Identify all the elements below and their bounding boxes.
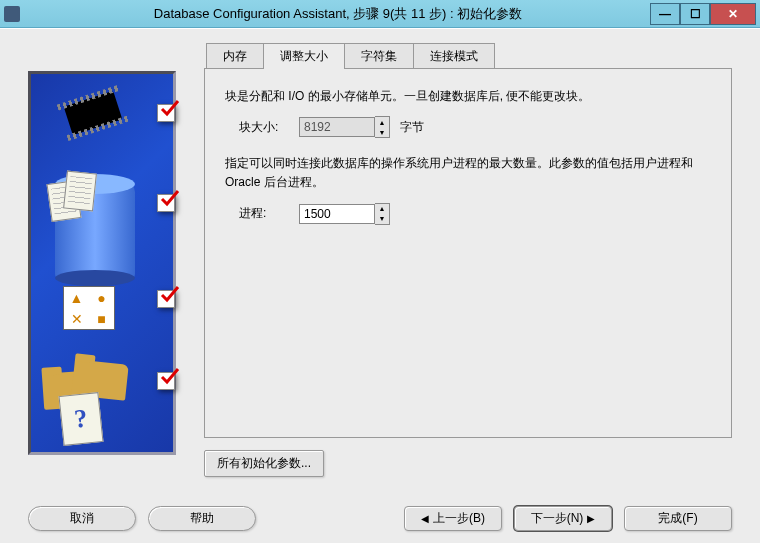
tab-connmode[interactable]: 连接模式 xyxy=(413,43,495,69)
step-check-1 xyxy=(157,104,175,122)
process-description: 指定可以同时连接此数据库的操作系统用户进程的最大数量。此参数的值包括用户进程和 … xyxy=(225,154,711,192)
block-description: 块是分配和 I/O 的最小存储单元。一旦创建数据库后, 便不能更改块。 xyxy=(225,87,711,106)
block-size-label: 块大小: xyxy=(239,118,289,137)
block-size-input xyxy=(299,117,375,137)
main-panel: 内存 调整大小 字符集 连接模式 块是分配和 I/O 的最小存储单元。一旦创建数… xyxy=(204,43,732,484)
question-doc-icon: ? xyxy=(58,392,103,446)
back-button[interactable]: ◀上一步(B) xyxy=(404,506,502,531)
next-arrow-icon: ▶ xyxy=(587,513,595,524)
tab-panel-sizing: 块是分配和 I/O 的最小存储单元。一旦创建数据库后, 便不能更改块。 块大小:… xyxy=(204,68,732,438)
app-icon xyxy=(4,6,20,22)
wizard-footer: 取消 帮助 ◀上一步(B) 下一步(N)▶ 完成(F) xyxy=(28,506,732,531)
all-init-params-button[interactable]: 所有初始化参数... xyxy=(204,450,324,477)
cancel-button[interactable]: 取消 xyxy=(28,506,136,531)
tab-sizing[interactable]: 调整大小 xyxy=(263,43,345,69)
tab-memory[interactable]: 内存 xyxy=(206,43,264,69)
block-size-up[interactable]: ▲ xyxy=(375,117,389,127)
wizard-side-panel: ▲●✕■ ? xyxy=(28,71,176,455)
process-spinner: ▲ ▼ xyxy=(375,203,390,225)
help-button[interactable]: 帮助 xyxy=(148,506,256,531)
shapes-icon: ▲●✕■ xyxy=(63,286,115,330)
titlebar: Database Configuration Assistant, 步骤 9(共… xyxy=(0,0,760,28)
window-controls: — ☐ ✕ xyxy=(650,3,756,25)
tab-charset[interactable]: 字符集 xyxy=(344,43,414,69)
process-label: 进程: xyxy=(239,204,289,223)
process-input[interactable] xyxy=(299,204,375,224)
block-size-unit: 字节 xyxy=(400,118,424,137)
minimize-button[interactable]: — xyxy=(650,3,680,25)
back-arrow-icon: ◀ xyxy=(421,513,429,524)
maximize-button[interactable]: ☐ xyxy=(680,3,710,25)
block-size-down[interactable]: ▼ xyxy=(375,127,389,137)
chip-icon xyxy=(64,91,123,136)
window-title: Database Configuration Assistant, 步骤 9(共… xyxy=(26,5,650,23)
block-size-spinner: ▲ ▼ xyxy=(375,116,390,138)
step-check-2 xyxy=(157,194,175,212)
step-check-3 xyxy=(157,290,175,308)
process-down[interactable]: ▼ xyxy=(375,214,389,224)
finish-button[interactable]: 完成(F) xyxy=(624,506,732,531)
close-button[interactable]: ✕ xyxy=(710,3,756,25)
tab-strip: 内存 调整大小 字符集 连接模式 xyxy=(206,43,732,69)
step-check-4 xyxy=(157,372,175,390)
next-button[interactable]: 下一步(N)▶ xyxy=(514,506,612,531)
process-up[interactable]: ▲ xyxy=(375,204,389,214)
content-pane: ▲●✕■ ? 内存 调整大小 字符集 连接模式 块是分配和 I/O 的最小存储单… xyxy=(0,28,760,543)
